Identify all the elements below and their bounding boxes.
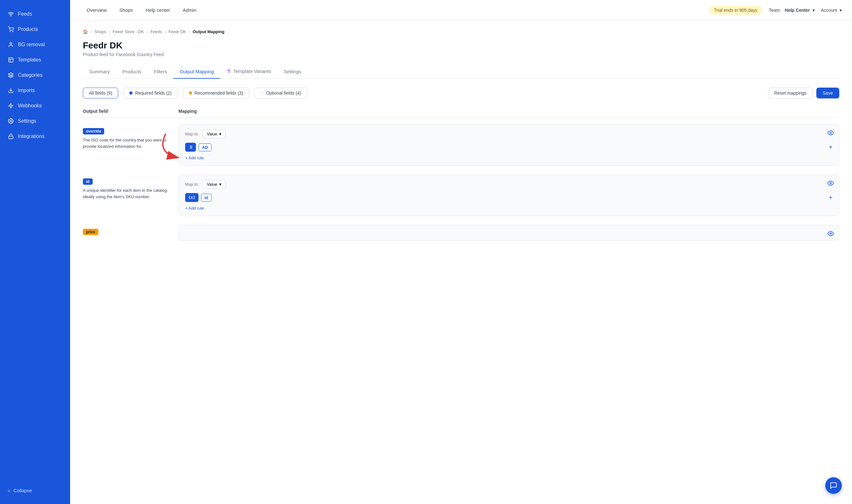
mapping-row-override: override The ISO code for the country th…: [83, 124, 839, 166]
tab-summary[interactable]: Summary: [83, 65, 116, 79]
svg-point-8: [10, 121, 12, 122]
topnav-admin[interactable]: Admin: [177, 0, 203, 20]
map-to-row-override: Map to: Value ▾: [185, 130, 833, 138]
mapping-col-override: Map to: Value ▾ AD + + Add rule: [178, 124, 839, 166]
sidebar-item-label: Templates: [18, 57, 41, 63]
sidebar-item-categories[interactable]: Categories: [0, 68, 70, 83]
map-to-label-override: Map to:: [185, 131, 199, 136]
breadcrumb-feeds[interactable]: Feeds: [150, 29, 162, 34]
list-icon-button-id[interactable]: {x}: [185, 193, 199, 202]
field-desc-override: The ISO code for the country that you wa…: [83, 137, 172, 149]
topnav-help-center[interactable]: Help center: [139, 0, 177, 20]
breadcrumb-feedr-dk[interactable]: Feedr DK: [168, 29, 186, 34]
filter-bar: All fields (9) Required fields (2) Recom…: [83, 88, 839, 98]
table-header: Output field Mapping: [83, 109, 839, 118]
collapse-icon: «: [8, 488, 10, 493]
chat-bubble[interactable]: [825, 477, 842, 494]
sidebar-item-imports[interactable]: Imports: [0, 83, 70, 98]
topnav: Overview Shops Help center Admin Trial e…: [70, 0, 852, 20]
tab-filters[interactable]: Filters: [147, 65, 173, 79]
add-rule-id[interactable]: + Add rule: [185, 206, 833, 211]
sidebar: Feeds Products BG removal Templates Cate…: [0, 0, 70, 504]
integrations-icon: [8, 133, 14, 140]
svg-rect-9: [8, 136, 13, 139]
plus-button-id[interactable]: +: [829, 194, 833, 201]
breadcrumb-output-mapping: Output Mapping: [193, 29, 224, 34]
products-icon: [8, 26, 14, 33]
templates-icon: [8, 57, 14, 63]
svg-point-0: [11, 16, 11, 16]
sidebar-item-label: Settings: [18, 118, 36, 124]
breadcrumb-shops[interactable]: Shops: [94, 29, 106, 34]
add-rule-override[interactable]: + Add rule: [185, 156, 833, 160]
sidebar-item-label: BG removal: [18, 42, 44, 48]
mapping-row-id: id A unique identifier for each item in …: [83, 175, 839, 216]
collapse-label: Collapse: [13, 488, 32, 493]
value-row-override: AD +: [185, 143, 833, 152]
sidebar-item-integrations[interactable]: Integrations: [0, 129, 70, 144]
svg-marker-7: [8, 104, 13, 108]
value-row-id: {x} id +: [185, 193, 833, 202]
account-menu[interactable]: Account ▾: [821, 8, 842, 13]
topnav-overview[interactable]: Overview: [80, 0, 113, 20]
badge-id: id: [83, 178, 93, 185]
map-to-select-id[interactable]: Value ▾: [203, 180, 225, 188]
save-button[interactable]: Save: [816, 88, 839, 98]
sidebar-item-label: Feeds: [18, 11, 32, 17]
optional-fields-button[interactable]: Optional fields (4): [254, 88, 307, 98]
sidebar-item-bg-removal[interactable]: BG removal: [0, 37, 70, 52]
svg-point-19: [830, 233, 832, 234]
account-label: Account: [821, 8, 837, 13]
eye-icon-price[interactable]: [828, 230, 834, 238]
imports-icon: [8, 87, 14, 94]
tab-output-mapping[interactable]: Output Mapping: [173, 65, 220, 79]
badge-override: override: [83, 128, 104, 134]
sidebar-item-label: Integrations: [18, 133, 44, 139]
reset-mappings-button[interactable]: Reset mappings: [768, 88, 813, 98]
topnav-shops[interactable]: Shops: [113, 0, 140, 20]
feeds-icon: [8, 11, 14, 17]
output-field-override: override The ISO code for the country th…: [83, 124, 178, 149]
eye-icon-id[interactable]: [828, 180, 834, 188]
content-area: 🏠 › Shops › Feedr Store - DK › Feeds › F…: [70, 20, 852, 504]
col-output-field: Output field: [83, 109, 178, 114]
eye-icon-override[interactable]: [828, 130, 834, 138]
svg-marker-5: [8, 73, 13, 75]
col-mapping: Mapping: [178, 109, 839, 114]
breadcrumb-feedr-store-dk[interactable]: Feedr Store - DK: [113, 29, 144, 34]
svg-point-2: [13, 31, 13, 32]
plus-button-override[interactable]: +: [829, 144, 833, 151]
tab-products[interactable]: Products: [116, 65, 147, 79]
list-icon-button-override[interactable]: [185, 143, 196, 152]
sidebar-item-label: Products: [18, 26, 38, 32]
sidebar-item-label: Imports: [18, 88, 35, 93]
recommended-fields-button[interactable]: Recommended fields (3): [183, 88, 250, 98]
svg-rect-4: [8, 58, 13, 62]
required-dot: [129, 91, 132, 95]
tab-template-variants[interactable]: ⚗ Template Variants: [220, 65, 277, 79]
sidebar-item-templates[interactable]: Templates: [0, 52, 70, 68]
categories-icon: [8, 72, 14, 78]
value-tag-ad: AD: [199, 143, 212, 151]
all-fields-button[interactable]: All fields (9): [83, 88, 118, 98]
sidebar-item-feeds[interactable]: Feeds: [0, 6, 70, 22]
collapse-button[interactable]: « Collapse: [0, 483, 70, 498]
sidebar-item-settings[interactable]: Settings: [0, 113, 70, 129]
map-to-select-override[interactable]: Value ▾: [203, 130, 225, 138]
required-fields-button[interactable]: Required fields (2): [123, 88, 178, 98]
main-area: Overview Shops Help center Admin Trial e…: [70, 0, 852, 504]
team-selector[interactable]: Team: Help Center ▾: [769, 8, 814, 13]
sidebar-item-label: Webhooks: [18, 103, 42, 109]
topnav-right: Trial ends in 905 days Team: Help Center…: [709, 6, 842, 15]
tab-settings[interactable]: Settings: [277, 65, 307, 79]
breadcrumb-home[interactable]: 🏠: [83, 29, 88, 34]
trial-badge: Trial ends in 905 days: [709, 6, 762, 15]
svg-point-18: [830, 183, 832, 184]
badge-price: price: [83, 229, 98, 235]
map-to-row-id: Map to: Value ▾: [185, 180, 833, 188]
team-name: Help Center: [785, 8, 810, 13]
filter-right: Reset mappings Save: [768, 88, 839, 98]
sidebar-item-products[interactable]: Products: [0, 22, 70, 37]
sidebar-item-webhooks[interactable]: Webhooks: [0, 98, 70, 113]
chevron-down-icon: ▾: [219, 131, 221, 136]
